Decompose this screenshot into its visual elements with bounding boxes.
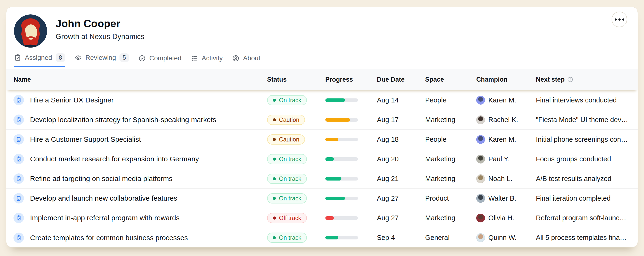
ellipsis-dot bbox=[615, 18, 617, 20]
tab-activity[interactable]: Activity bbox=[191, 54, 223, 67]
progress-cell bbox=[325, 196, 377, 200]
status-cell: On track bbox=[267, 232, 325, 243]
champion-cell: Noah L. bbox=[476, 174, 536, 183]
status-badge: On track bbox=[267, 232, 307, 243]
task-name: Implement in-app referral program with r… bbox=[30, 214, 180, 222]
table-row[interactable]: Hire a Senior UX Designer On track Aug 1… bbox=[6, 90, 638, 110]
column-header-status: Status bbox=[267, 76, 325, 83]
info-icon[interactable] bbox=[567, 76, 573, 82]
column-header-next-step-label: Next step bbox=[536, 76, 565, 83]
progress-fill bbox=[325, 138, 338, 141]
table-header: Name Status Progress Due Date Space Cham… bbox=[6, 68, 638, 90]
champion-cell: Olivia H. bbox=[476, 214, 536, 222]
column-header-name: Name bbox=[14, 76, 267, 83]
progress-bar bbox=[325, 98, 358, 102]
progress-fill bbox=[325, 236, 338, 240]
tab-about[interactable]: About bbox=[232, 54, 260, 67]
table-row[interactable]: Develop localization strategy for Spanis… bbox=[6, 110, 638, 130]
tab-label: Activity bbox=[202, 54, 223, 62]
progress-cell bbox=[325, 98, 377, 102]
progress-cell bbox=[325, 236, 377, 240]
clipboard-check-icon bbox=[14, 54, 21, 61]
task-name: Hire a Customer Support Specialist bbox=[30, 135, 141, 144]
task-name-cell: Create templates for common business pro… bbox=[14, 232, 267, 243]
status-dot-icon bbox=[273, 118, 276, 122]
due-date: Aug 27 bbox=[377, 214, 425, 222]
table-row[interactable]: Refine ad targeting on social media plat… bbox=[6, 169, 638, 188]
progress-cell bbox=[325, 157, 377, 161]
status-badge: On track bbox=[267, 174, 307, 184]
status-label: Caution bbox=[279, 116, 299, 123]
profile-subtitle: Growth at Nexus Dynamics bbox=[56, 32, 144, 41]
status-cell: Off track bbox=[267, 213, 325, 223]
progress-bar bbox=[325, 138, 358, 141]
table-row[interactable]: Develop and launch new collaborative fea… bbox=[6, 188, 638, 208]
tab-completed[interactable]: Completed bbox=[138, 54, 181, 67]
column-header-progress: Progress bbox=[325, 76, 377, 83]
progress-fill bbox=[325, 118, 350, 122]
champion-avatar bbox=[476, 194, 485, 203]
task-name-cell: Conduct market research for expansion in… bbox=[14, 154, 267, 164]
status-cell: On track bbox=[267, 154, 325, 164]
champion-avatar bbox=[476, 96, 485, 104]
status-dot-icon bbox=[273, 236, 276, 239]
progress-bar bbox=[325, 157, 358, 161]
progress-cell bbox=[325, 216, 377, 220]
status-badge: On track bbox=[267, 193, 307, 204]
tab-label: About bbox=[243, 54, 260, 62]
progress-cell bbox=[325, 177, 377, 180]
due-date: Aug 21 bbox=[377, 175, 425, 183]
champion-cell: Karen M. bbox=[476, 135, 536, 144]
ellipsis-dot bbox=[618, 18, 620, 20]
task-name-cell: Develop and launch new collaborative fea… bbox=[14, 193, 267, 204]
space: Marketing bbox=[425, 175, 476, 183]
table-row[interactable]: Conduct market research for expansion in… bbox=[6, 149, 638, 169]
profile-header: John Cooper Growth at Nexus Dynamics bbox=[6, 7, 638, 48]
tab-bar: Assigned 8 Reviewing 5 Completed Activit… bbox=[6, 48, 638, 67]
task-clipboard-icon bbox=[14, 232, 24, 243]
space: Marketing bbox=[425, 214, 476, 222]
tab-assigned[interactable]: Assigned 8 bbox=[14, 53, 65, 67]
space: Marketing bbox=[425, 116, 476, 124]
progress-cell bbox=[325, 138, 377, 141]
task-name-cell: Develop localization strategy for Spanis… bbox=[14, 114, 267, 125]
user-circle-icon bbox=[232, 55, 240, 62]
profile-avatar bbox=[14, 14, 47, 48]
tab-reviewing[interactable]: Reviewing 5 bbox=[74, 53, 129, 67]
column-header-champion: Champion bbox=[476, 76, 536, 83]
table-row[interactable]: Hire a Customer Support Specialist Cauti… bbox=[6, 130, 638, 149]
table-row[interactable]: Create templates for common business pro… bbox=[6, 228, 638, 248]
progress-fill bbox=[325, 98, 345, 102]
task-name: Create templates for common business pro… bbox=[30, 234, 188, 242]
next-step: Focus groups conducted bbox=[536, 155, 630, 163]
space: Marketing bbox=[425, 155, 476, 163]
next-step: Referral program soft-launc… bbox=[536, 214, 630, 222]
activity-list-icon bbox=[191, 55, 198, 62]
status-label: On track bbox=[279, 195, 301, 202]
profile-card: John Cooper Growth at Nexus Dynamics Ass… bbox=[6, 6, 638, 248]
champion-avatar bbox=[476, 233, 485, 242]
space: People bbox=[425, 136, 476, 144]
due-date: Aug 14 bbox=[377, 96, 425, 104]
status-dot-icon bbox=[273, 158, 276, 161]
status-dot-icon bbox=[273, 197, 276, 200]
tab-label: Completed bbox=[149, 54, 181, 62]
tab-label: Reviewing bbox=[86, 54, 116, 62]
status-cell: Caution bbox=[267, 115, 325, 125]
due-date: Aug 20 bbox=[377, 155, 425, 163]
status-badge: Off track bbox=[267, 213, 307, 223]
task-clipboard-icon bbox=[14, 154, 24, 164]
champion-cell: Karen M. bbox=[476, 96, 536, 104]
progress-bar bbox=[325, 236, 358, 240]
more-options-button[interactable] bbox=[612, 12, 627, 27]
progress-fill bbox=[325, 177, 342, 180]
due-date: Aug 18 bbox=[377, 136, 425, 144]
champion-avatar bbox=[476, 135, 485, 144]
status-label: On track bbox=[279, 156, 301, 162]
champion-cell: Paul Y. bbox=[476, 155, 536, 164]
champion-avatar bbox=[476, 116, 485, 124]
status-label: On track bbox=[279, 175, 301, 182]
due-date: Aug 17 bbox=[377, 116, 425, 124]
task-name: Conduct market research for expansion in… bbox=[30, 155, 199, 163]
table-row[interactable]: Implement in-app referral program with r… bbox=[6, 208, 638, 228]
